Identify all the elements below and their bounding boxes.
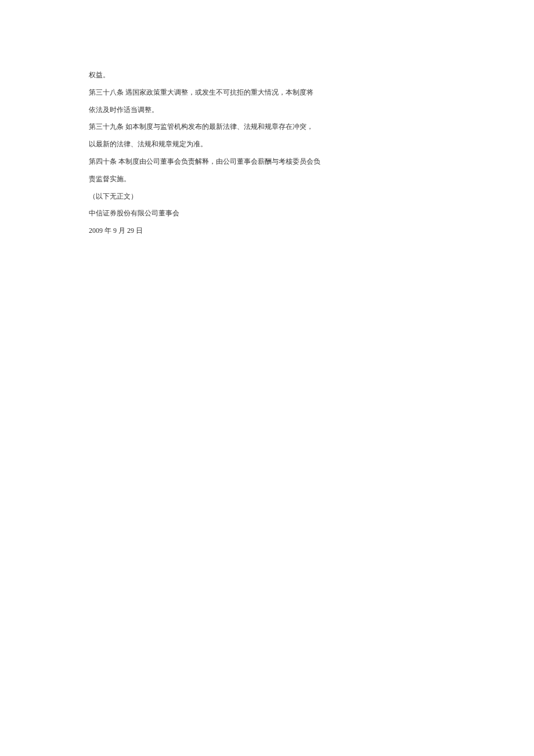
paragraph-line: 中信证券股份有限公司董事会 <box>89 205 445 222</box>
paragraph-line: 第三十九条 如本制度与监管机构发布的最新法律、法规和规章存在冲突， <box>89 118 445 135</box>
paragraph-line: 责监督实施。 <box>89 171 445 188</box>
paragraph-line: 2009 年 9 月 29 日 <box>89 222 445 239</box>
paragraph-line: （以下无正文） <box>89 188 445 205</box>
paragraph-line: 第四十条 本制度由公司董事会负责解释，由公司董事会薪酬与考核委员会负 <box>89 153 445 170</box>
document-body: 权益。 第三十八条 遇国家政策重大调整，或发生不可抗拒的重大情况，本制度将 依法… <box>89 67 445 239</box>
paragraph-line: 权益。 <box>89 67 445 84</box>
paragraph-line: 第三十八条 遇国家政策重大调整，或发生不可抗拒的重大情况，本制度将 <box>89 84 445 101</box>
paragraph-line: 以最新的法律、法规和规章规定为准。 <box>89 136 445 153</box>
paragraph-line: 依法及时作适当调整。 <box>89 102 445 118</box>
